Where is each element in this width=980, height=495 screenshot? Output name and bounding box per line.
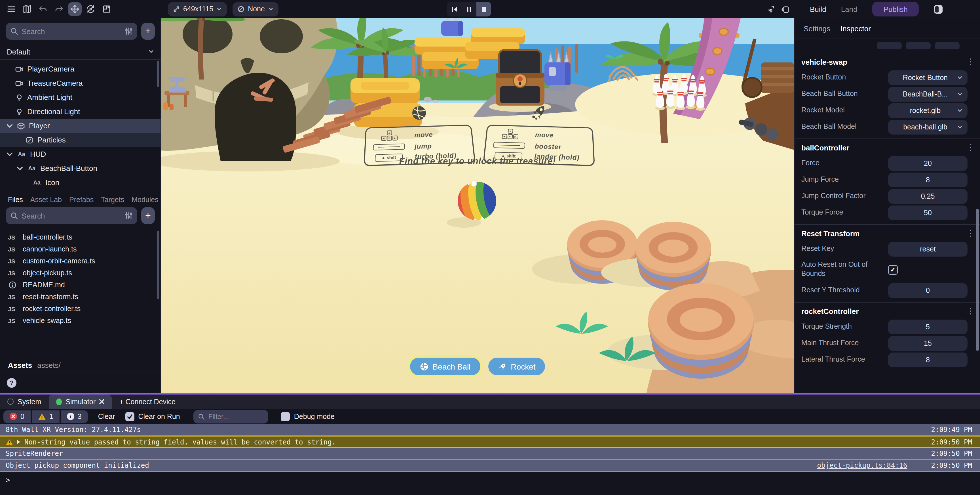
help-button[interactable]: ?: [7, 378, 16, 387]
file-vehicle-swap[interactable]: JSvehicle-swap.ts: [0, 315, 161, 326]
tab-targets[interactable]: Targets: [101, 196, 124, 204]
tab-files[interactable]: Files: [8, 196, 23, 204]
overlay-dropdown[interactable]: None: [232, 2, 278, 16]
error-count-filter[interactable]: 0: [3, 410, 30, 423]
lateral-thrust-force-input[interactable]: 8: [888, 352, 967, 367]
log-row[interactable]: 8th Wall XR Version: 27.4.11.427s 2:09:4…: [0, 424, 980, 436]
tab-simulator[interactable]: Simulator: [48, 394, 112, 409]
sidebar-item-icon[interactable]: Aa Icon: [0, 176, 161, 190]
sidebar-item-ambient-light[interactable]: Ambient Light: [0, 90, 161, 104]
inspector-scrollbar[interactable]: [976, 209, 979, 351]
file-object-pickup[interactable]: JSobject-pickup.ts: [0, 267, 161, 279]
menu-button[interactable]: [5, 2, 18, 16]
file-custom-orbit-camera[interactable]: JScustom-orbit-camera.ts: [0, 255, 161, 267]
transform-field[interactable]: [906, 42, 931, 50]
beachball-button-select[interactable]: BeachBall-B...: [888, 86, 967, 101]
build-button[interactable]: Build: [810, 5, 826, 13]
log-row[interactable]: SpriteRenderer 2:09:50 PM: [0, 448, 980, 460]
undo-button[interactable]: [36, 2, 50, 16]
log-source-link[interactable]: object-pickup.ts:84:16: [817, 461, 907, 469]
console-prompt[interactable]: >: [0, 472, 980, 495]
expand-caret-icon[interactable]: [16, 439, 21, 444]
rocket-button-select[interactable]: Rocket-Button: [888, 70, 967, 85]
rocket-model-select[interactable]: rocket.glb: [888, 103, 967, 118]
kebab-menu-icon[interactable]: [969, 308, 971, 315]
sidebar-item-beachball-button[interactable]: Aa BeachBall-Button: [0, 161, 161, 176]
main-thrust-force-input[interactable]: 15: [888, 336, 967, 351]
hierarchy-scrollbar[interactable]: [157, 61, 159, 87]
sidebar-item-particles[interactable]: Particles: [0, 133, 161, 147]
close-icon[interactable]: [100, 399, 105, 404]
land-button[interactable]: Land: [841, 5, 858, 13]
file-rocket-controller[interactable]: JSrocket-controller.ts: [0, 303, 161, 315]
sidebar-item-playercamera[interactable]: PlayerCamera: [0, 62, 161, 76]
tab-modules[interactable]: Modules: [132, 196, 159, 204]
files-search-input[interactable]: [22, 211, 121, 220]
filter-sliders-icon[interactable]: [125, 27, 133, 35]
tab-system[interactable]: System: [0, 394, 48, 409]
tab-settings[interactable]: Settings: [803, 24, 830, 33]
chevron-down-icon[interactable]: [6, 151, 13, 158]
kebab-menu-icon[interactable]: [969, 230, 971, 237]
hierarchy-search-input[interactable]: [22, 27, 121, 35]
transform-field[interactable]: [877, 42, 902, 50]
reset-key-input[interactable]: reset: [888, 241, 967, 256]
publish-button[interactable]: Publish: [872, 2, 919, 16]
auto-reset-checkbox[interactable]: ✓: [888, 265, 898, 275]
hierarchy-search[interactable]: [6, 23, 137, 40]
debug-mode-checkbox[interactable]: [281, 412, 290, 421]
add-file-button[interactable]: +: [141, 207, 155, 224]
console-filter[interactable]: [194, 410, 269, 423]
torque-force-input[interactable]: 50: [888, 205, 967, 220]
file-ball-controller[interactable]: JSball-controller.ts: [0, 231, 161, 243]
assets-breadcrumb[interactable]: Assets assets/: [0, 358, 161, 372]
move-tool-button[interactable]: [68, 2, 82, 16]
rotate-device-icon[interactable]: [781, 5, 790, 13]
filter-sliders-icon[interactable]: [125, 212, 133, 220]
file-cannon-launch[interactable]: JScannon-launch.ts: [0, 243, 161, 255]
clear-button[interactable]: Clear: [98, 412, 115, 420]
kebab-menu-icon[interactable]: [969, 144, 971, 151]
rotate-tool-button[interactable]: [84, 2, 97, 16]
snap-corner-icon[interactable]: [768, 5, 776, 13]
sidebar-item-hud[interactable]: Aa HUD: [0, 147, 161, 161]
scene-group-dropdown[interactable]: Default: [0, 44, 161, 59]
warning-count-filter[interactable]: 1: [32, 410, 60, 423]
clear-on-run-checkbox[interactable]: [125, 412, 134, 421]
add-entity-button[interactable]: +: [141, 23, 155, 40]
info-count-filter[interactable]: i 3: [61, 410, 88, 423]
sidebar-item-directional-light[interactable]: Directional Light: [0, 104, 161, 119]
map-button[interactable]: [21, 2, 34, 16]
tab-asset-lab[interactable]: Asset Lab: [30, 196, 62, 204]
reset-y-threshold-input[interactable]: 0: [888, 283, 967, 298]
tab-inspector[interactable]: Inspector: [840, 24, 871, 33]
file-reset-transform[interactable]: JSreset-transform.ts: [0, 291, 161, 303]
redo-button[interactable]: [52, 2, 66, 16]
restart-button[interactable]: [447, 2, 461, 16]
files-scrollbar[interactable]: [157, 231, 159, 299]
beach-ball-button[interactable]: Beach Ball: [410, 358, 480, 375]
connect-device-button[interactable]: + Connect Device: [112, 394, 183, 409]
panel-toggle-icon[interactable]: [934, 4, 943, 14]
pause-button[interactable]: [461, 2, 476, 16]
chevron-down-icon[interactable]: [16, 165, 23, 172]
torque-strength-input[interactable]: 5: [888, 319, 967, 334]
force-input[interactable]: 20: [888, 156, 967, 171]
chevron-down-icon[interactable]: [6, 122, 13, 129]
rocket-button[interactable]: Rocket: [488, 358, 545, 375]
file-readme[interactable]: README.md: [0, 279, 161, 291]
jump-control-factor-input[interactable]: 0.25: [888, 189, 967, 203]
sidebar-item-player[interactable]: Player: [0, 119, 161, 133]
log-row-warning[interactable]: Non-string value passed to string field,…: [0, 436, 980, 448]
tab-prefabs[interactable]: Prefabs: [69, 196, 94, 204]
console-filter-input[interactable]: [208, 412, 264, 420]
stop-button[interactable]: [476, 2, 491, 16]
jump-force-input[interactable]: 8: [888, 172, 967, 187]
sidebar-item-treasurecamera[interactable]: TreasureCamera: [0, 76, 161, 90]
kebab-menu-icon[interactable]: [969, 59, 971, 65]
scale-tool-button[interactable]: [100, 2, 113, 16]
transform-field[interactable]: [935, 42, 959, 50]
resolution-dropdown[interactable]: 649x1115: [168, 2, 227, 16]
game-viewport[interactable]: ▲◀▼▶ move jump ▲shift turbo (hold) ▲◀▼▶ …: [161, 18, 794, 393]
beachball-model-select[interactable]: beach-ball.glb: [888, 120, 967, 134]
